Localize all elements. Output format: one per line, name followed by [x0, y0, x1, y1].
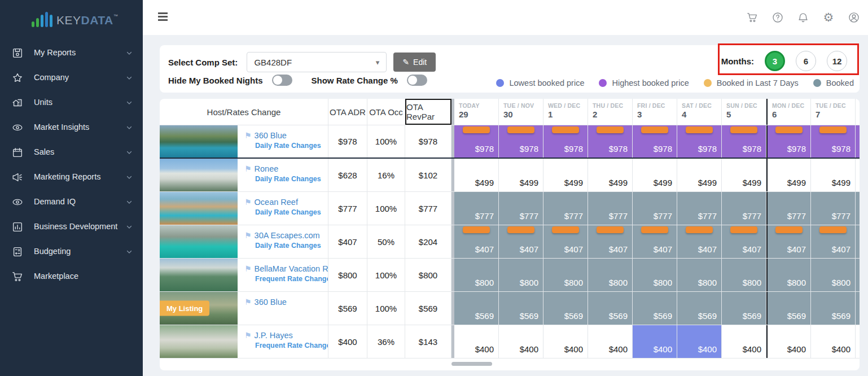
cart-icon[interactable] [746, 11, 759, 24]
account-icon[interactable] [848, 11, 860, 24]
rate-cell[interactable]: $407 [856, 225, 860, 258]
sidebar-item-budgeting[interactable]: Budgeting [0, 239, 143, 264]
sidebar-item-marketplace[interactable]: Marketplace [0, 264, 143, 289]
rate-cell[interactable]: $407 [766, 225, 811, 258]
comp-set-dropdown[interactable]: GB428DF ▾ [247, 52, 387, 72]
rate-cell[interactable]: $777 [677, 192, 722, 225]
host-link[interactable]: ⚑360 Blue [244, 298, 326, 307]
rate-cell[interactable]: $800 [588, 259, 633, 291]
rate-cell[interactable]: $407 [811, 225, 856, 258]
rate-cell[interactable]: $800 [633, 259, 677, 291]
rate-cell[interactable]: $978 [766, 125, 811, 158]
rate-cell[interactable]: $569 [856, 292, 860, 325]
rate-cell[interactable]: $978 [633, 125, 677, 158]
rate-cell[interactable]: $400 [722, 325, 766, 358]
rate-cell[interactable]: $569 [588, 292, 633, 325]
col-header-ota-revpar[interactable]: OTA RevPar [405, 99, 451, 125]
rate-cell[interactable]: $407 [722, 225, 766, 258]
rate-cell[interactable]: $569 [766, 292, 811, 325]
rate-cell[interactable]: $407 [454, 225, 499, 258]
rate-cell[interactable]: $800 [811, 259, 856, 291]
date-col-header[interactable]: THU / DEC2 [588, 99, 633, 125]
rate-cell[interactable]: $777 [722, 192, 766, 225]
rate-cell[interactable]: $499 [811, 159, 856, 191]
host-link[interactable]: ⚑360 Blue [244, 131, 326, 140]
host-link[interactable]: ⚑BellaMar Vacation Rent [244, 264, 326, 273]
rate-cell[interactable]: $400 [677, 325, 722, 358]
date-col-header[interactable]: WED / DEC8 [856, 99, 860, 125]
col-header-ota-adr[interactable]: OTA ADR [328, 99, 367, 125]
rate-cell[interactable]: $777 [766, 192, 811, 225]
rate-cell[interactable]: $978 [722, 125, 766, 158]
rate-cell[interactable]: $800 [722, 259, 766, 291]
date-col-header[interactable]: MON / DEC6 [766, 99, 811, 125]
date-col-header[interactable]: SAT / DEC4 [677, 99, 722, 125]
rate-cell[interactable]: $499 [766, 159, 811, 191]
rate-cell[interactable]: $800 [677, 259, 722, 291]
host-link[interactable]: ⚑30A Escapes.com [244, 231, 326, 240]
rate-cell[interactable]: $499 [543, 159, 588, 191]
rate-cell[interactable]: $499 [454, 159, 499, 191]
rate-cell[interactable]: $777 [633, 192, 677, 225]
rate-cell[interactable]: $407 [633, 225, 677, 258]
rate-cell[interactable]: $400 [588, 325, 633, 358]
rate-cell[interactable]: $569 [677, 292, 722, 325]
sidebar-item-marketing-reports[interactable]: Marketing Reports [0, 165, 143, 190]
rate-cell[interactable]: $499 [722, 159, 766, 191]
rate-changes-link[interactable]: Frequent Rate Changes [255, 342, 326, 349]
sidebar-item-sales[interactable]: Sales [0, 140, 143, 165]
rate-cell[interactable]: $800 [543, 259, 588, 291]
rate-cell[interactable]: $569 [543, 292, 588, 325]
host-link[interactable]: ⚑J.P. Hayes [244, 331, 326, 340]
host-link[interactable]: ⚑Ronee [244, 164, 326, 173]
show-rate-toggle[interactable] [407, 75, 427, 86]
rate-cell[interactable]: $569 [633, 292, 677, 325]
rate-changes-link[interactable]: Daily Rate Changes [255, 242, 326, 250]
rate-changes-link[interactable]: Frequent Rate Changes [255, 275, 326, 283]
rate-cell[interactable]: $499 [588, 159, 633, 191]
months-option-6[interactable]: 6 [796, 51, 816, 71]
rate-cell[interactable]: $569 [499, 292, 543, 325]
host-link[interactable]: ⚑Ocean Reef [244, 198, 326, 207]
sidebar-item-market-insights[interactable]: Market Insights [0, 115, 143, 140]
date-col-header[interactable]: WED / DEC1 [543, 99, 588, 125]
settings-icon[interactable]: ⚙ [822, 11, 835, 24]
months-option-12[interactable]: 12 [827, 51, 847, 71]
help-icon[interactable] [771, 11, 784, 24]
date-col-header[interactable]: FRI / DEC3 [633, 99, 677, 125]
date-col-header[interactable]: TODAY29 [454, 99, 499, 125]
rate-cell[interactable]: $407 [677, 225, 722, 258]
rate-cell[interactable]: $569 [811, 292, 856, 325]
notifications-icon[interactable] [797, 11, 809, 24]
hamburger-menu-icon[interactable] [158, 12, 168, 23]
rate-cell[interactable]: $978 [454, 125, 499, 158]
col-header-host[interactable]: Host/Rates Change [160, 99, 328, 125]
rate-cell[interactable]: $978 [677, 125, 722, 158]
col-header-ota-occ[interactable]: OTA Occ [367, 99, 405, 125]
rate-cell[interactable]: $569 [722, 292, 766, 325]
rate-cell[interactable]: $400 [856, 325, 860, 358]
edit-comp-set-button[interactable]: ✎ Edit [393, 53, 436, 72]
rate-cell[interactable]: $407 [543, 225, 588, 258]
rate-cell[interactable]: $569 [454, 292, 499, 325]
rate-changes-link[interactable]: Daily Rate Changes [255, 208, 326, 216]
rate-cell[interactable]: $400 [499, 325, 543, 358]
rate-cell[interactable]: $777 [856, 192, 860, 225]
rate-cell[interactable]: $978 [811, 125, 856, 158]
rate-cell[interactable]: $777 [499, 192, 543, 225]
rate-cell[interactable]: $400 [454, 325, 499, 358]
rate-cell[interactable]: $800 [499, 259, 543, 291]
rate-cell[interactable]: $800 [766, 259, 811, 291]
rate-cell[interactable]: $800 [454, 259, 499, 291]
rate-cell[interactable]: $800 [856, 259, 860, 291]
rate-changes-link[interactable]: Daily Rate Changes [255, 175, 326, 183]
rate-cell[interactable]: $499 [677, 159, 722, 191]
date-col-header[interactable]: TUE / NOV30 [499, 99, 543, 125]
rate-cell[interactable]: $499 [856, 159, 860, 191]
rate-cell[interactable]: $400 [543, 325, 588, 358]
months-option-3[interactable]: 3 [765, 51, 785, 71]
rate-cell[interactable]: $400 [633, 325, 677, 358]
rate-changes-link[interactable]: Daily Rate Changes [255, 142, 326, 150]
hide-booked-toggle[interactable] [272, 75, 292, 86]
sidebar-item-units[interactable]: Units [0, 90, 143, 115]
